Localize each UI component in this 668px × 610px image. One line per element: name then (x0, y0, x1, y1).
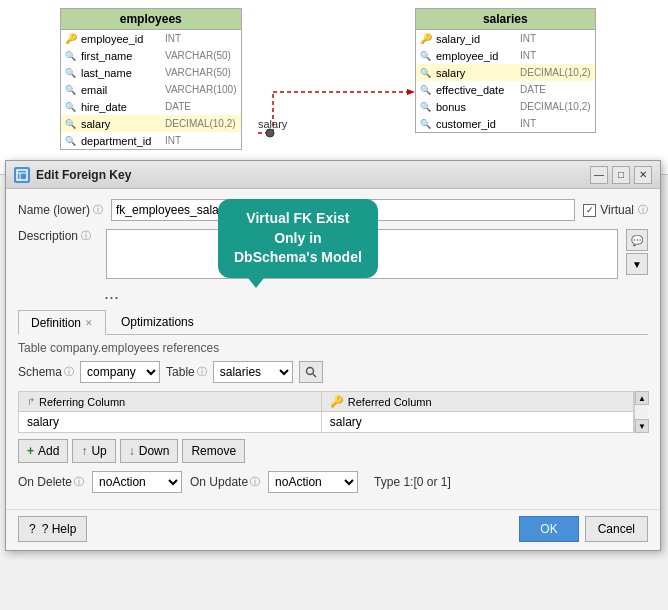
tooltip-bubble: Virtual FK ExistOnly inDbSchema's Model (218, 199, 378, 278)
salaries-table: salaries 🔑 salary_id INT 🔍 employee_id I… (415, 8, 596, 133)
footer-right: OK Cancel (519, 516, 648, 542)
on-update-info-icon[interactable]: ⓘ (250, 475, 260, 489)
search-icon: 🔍 (420, 51, 432, 61)
options-row: On Delete ⓘ noAction cascade restrict se… (18, 471, 648, 493)
search-icon: 🔍 (420, 102, 432, 112)
search-icon: 🔍 (420, 68, 432, 78)
desc-info-icon[interactable]: ⓘ (81, 229, 91, 243)
schema-select[interactable]: company (80, 361, 160, 383)
desc-btn-down[interactable]: ▼ (626, 253, 648, 275)
dialog-icon (14, 167, 30, 183)
search-icon: 🔍 (65, 51, 77, 61)
titlebar-buttons: — □ ✕ (590, 166, 652, 184)
search-icon: 🔍 (65, 119, 77, 129)
scroll-up-button[interactable]: ▲ (635, 391, 649, 405)
maximize-button[interactable]: □ (612, 166, 630, 184)
scroll-down-button[interactable]: ▼ (635, 419, 649, 433)
table-row: 🔍 employee_id INT (416, 47, 595, 64)
minimize-button[interactable]: — (590, 166, 608, 184)
table-scrollbar[interactable]: ▲ ▼ (634, 391, 648, 433)
schema-info-icon[interactable]: ⓘ (64, 365, 74, 379)
employees-table: employees 🔑 employee_id INT 🔍 first_name… (60, 8, 242, 150)
tabs-container: Definition ✕ Optimizations (18, 310, 648, 335)
edit-foreign-key-dialog: Edit Foreign Key — □ ✕ Name (lower) ⓘ ✓ … (5, 160, 661, 551)
ref-arrow-icon: ↱ (27, 396, 35, 407)
table-row: 🔑 salary_id INT (416, 30, 595, 47)
help-icon: ? (29, 522, 36, 536)
on-update-label: On Update ⓘ (190, 475, 260, 489)
svg-line-9 (313, 374, 316, 377)
svg-point-4 (266, 129, 274, 137)
schema-row: Schema ⓘ company Table ⓘ salaries (18, 361, 648, 383)
table-row: 🔍 salary DECIMAL(10,2) (61, 115, 241, 132)
arrow-label: salary (258, 118, 287, 130)
search-icon: 🔍 (65, 68, 77, 78)
dialog-content: Name (lower) ⓘ ✓ Virtual ⓘ Description ⓘ (6, 189, 660, 509)
close-tab-icon[interactable]: ✕ (85, 318, 93, 328)
type-label: Type 1:[0 or 1] (374, 475, 451, 489)
dots-indicator: ··· (18, 288, 648, 306)
check-mark: ✓ (586, 205, 594, 215)
search-icon: 🔍 (65, 136, 77, 146)
key-icon: 🔑 (65, 33, 77, 44)
search-icon: 🔍 (420, 85, 432, 95)
table-row: 🔍 hire_date DATE (61, 98, 241, 115)
svg-rect-5 (17, 170, 27, 180)
ok-button[interactable]: OK (519, 516, 578, 542)
referring-col-value: salary (19, 412, 322, 433)
dialog-footer: ? ? Help OK Cancel (6, 509, 660, 550)
column-table-area: ↱ Referring Column 🔑 Referred Column (18, 391, 648, 433)
table-row: 🔍 first_name VARCHAR(50) (61, 47, 241, 64)
tab-optimizations[interactable]: Optimizations (108, 310, 207, 334)
table-select[interactable]: salaries (213, 361, 293, 383)
table-row: 🔍 bonus DECIMAL(10,2) (416, 98, 595, 115)
add-button[interactable]: + Add (18, 439, 68, 463)
action-buttons-row: + Add ↑ Up ↓ Down Remove (18, 439, 648, 463)
virtual-checkbox[interactable]: ✓ (583, 204, 596, 217)
search-icon: 🔍 (420, 119, 432, 129)
column-mapping-row: salary salary (19, 412, 634, 433)
name-label: Name (lower) ⓘ (18, 203, 103, 217)
on-delete-select[interactable]: noAction cascade restrict setNull (92, 471, 182, 493)
table-row: 🔍 salary DECIMAL(10,2) (416, 64, 595, 81)
search-icon: 🔍 (65, 102, 77, 112)
tab-definition[interactable]: Definition ✕ (18, 310, 106, 335)
svg-point-8 (306, 368, 313, 375)
table-row: 🔑 employee_id INT (61, 30, 241, 47)
key-icon: 🔑 (420, 33, 432, 44)
table-row: 🔍 effective_date DATE (416, 81, 595, 98)
referred-col-value: salary (321, 412, 633, 433)
dialog-titlebar: Edit Foreign Key — □ ✕ (6, 161, 660, 189)
search-icon: 🔍 (65, 85, 77, 95)
virtual-label: Virtual (600, 203, 634, 217)
description-side-buttons: 💬 ▼ (626, 229, 648, 275)
up-button[interactable]: ↑ Up (72, 439, 115, 463)
name-info-icon[interactable]: ⓘ (93, 203, 103, 217)
table-row: 🔍 last_name VARCHAR(50) (61, 64, 241, 81)
employees-table-header: employees (61, 9, 241, 30)
on-update-select[interactable]: noAction cascade restrict setNull (268, 471, 358, 493)
search-button[interactable] (299, 361, 323, 383)
column-mapping-table: ↱ Referring Column 🔑 Referred Column (18, 391, 634, 433)
desc-btn-chat[interactable]: 💬 (626, 229, 648, 251)
diagram-area: employees 🔑 employee_id INT 🔍 first_name… (0, 0, 668, 175)
table-row: 🔍 customer_id INT (416, 115, 595, 132)
virtual-checkbox-area: ✓ Virtual ⓘ (583, 203, 648, 217)
remove-button[interactable]: Remove (182, 439, 245, 463)
help-button[interactable]: ? ? Help (18, 516, 87, 542)
search-icon (305, 366, 317, 378)
table-info-icon[interactable]: ⓘ (197, 365, 207, 379)
cancel-button[interactable]: Cancel (585, 516, 648, 542)
on-delete-info-icon[interactable]: ⓘ (74, 475, 84, 489)
plus-icon: + (27, 444, 34, 458)
salaries-table-header: salaries (416, 9, 595, 30)
virtual-info-icon[interactable]: ⓘ (638, 203, 648, 217)
down-arrow-icon: ↓ (129, 444, 135, 458)
description-label: Description ⓘ (18, 229, 98, 243)
close-button[interactable]: ✕ (634, 166, 652, 184)
down-button[interactable]: ↓ Down (120, 439, 179, 463)
on-delete-label: On Delete ⓘ (18, 475, 84, 489)
key-yellow-icon: 🔑 (330, 395, 344, 408)
title-left: Edit Foreign Key (14, 167, 131, 183)
table-info-text: Table company.employees references (18, 341, 648, 355)
